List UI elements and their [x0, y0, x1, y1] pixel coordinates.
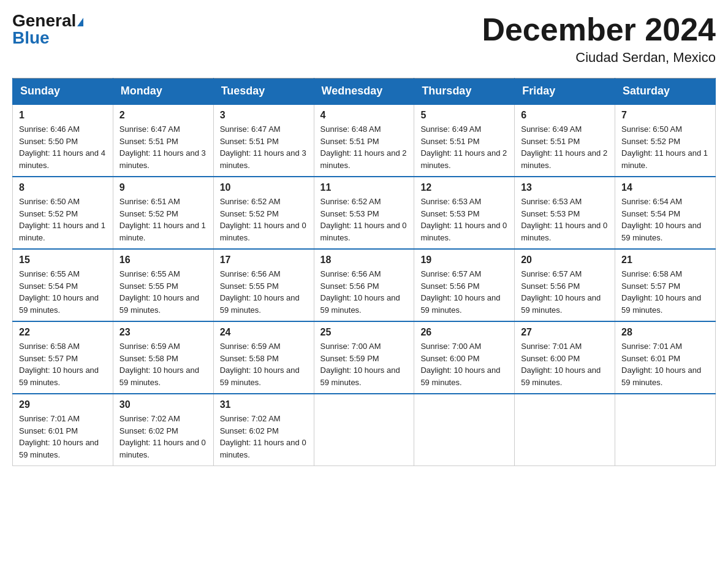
day-info: Sunrise: 6:49 AMSunset: 5:51 PMDaylight:…	[521, 123, 609, 171]
calendar-cell: 31 Sunrise: 7:02 AMSunset: 6:02 PMDaylig…	[213, 394, 314, 466]
calendar-cell: 25 Sunrise: 7:00 AMSunset: 5:59 PMDaylig…	[314, 321, 414, 394]
day-info: Sunrise: 6:59 AMSunset: 5:58 PMDaylight:…	[220, 340, 308, 388]
page-header: General Blue December 2024 Ciudad Serdan…	[12, 12, 716, 66]
col-header-thursday: Thursday	[414, 79, 515, 105]
day-number: 9	[119, 182, 207, 193]
day-number: 8	[19, 182, 107, 193]
day-number: 5	[420, 110, 508, 121]
day-number: 28	[621, 327, 709, 338]
day-number: 6	[521, 110, 609, 121]
day-number: 22	[19, 327, 107, 338]
day-info: Sunrise: 6:46 AMSunset: 5:50 PMDaylight:…	[19, 123, 107, 171]
calendar-header-row: SundayMondayTuesdayWednesdayThursdayFrid…	[13, 79, 716, 105]
day-info: Sunrise: 6:53 AMSunset: 5:53 PMDaylight:…	[420, 196, 508, 243]
col-header-friday: Friday	[515, 79, 615, 105]
calendar-week-1: 1 Sunrise: 6:46 AMSunset: 5:50 PMDayligh…	[13, 104, 716, 177]
day-info: Sunrise: 6:49 AMSunset: 5:51 PMDaylight:…	[420, 123, 508, 171]
day-info: Sunrise: 6:52 AMSunset: 5:53 PMDaylight:…	[320, 196, 408, 243]
day-info: Sunrise: 6:47 AMSunset: 5:51 PMDaylight:…	[119, 123, 207, 171]
calendar-cell: 17 Sunrise: 6:56 AMSunset: 5:55 PMDaylig…	[213, 249, 314, 321]
calendar-cell: 1 Sunrise: 6:46 AMSunset: 5:50 PMDayligh…	[13, 104, 113, 177]
calendar-week-3: 15 Sunrise: 6:55 AMSunset: 5:54 PMDaylig…	[13, 249, 716, 321]
logo-blue-text: Blue	[12, 28, 50, 47]
day-info: Sunrise: 7:01 AMSunset: 6:01 PMDaylight:…	[19, 413, 107, 461]
day-info: Sunrise: 6:53 AMSunset: 5:53 PMDaylight:…	[521, 196, 609, 243]
calendar-cell: 7 Sunrise: 6:50 AMSunset: 5:52 PMDayligh…	[615, 104, 716, 177]
logo-general-text: General	[12, 11, 76, 30]
day-number: 15	[19, 255, 107, 266]
day-info: Sunrise: 6:51 AMSunset: 5:52 PMDaylight:…	[119, 196, 207, 243]
day-info: Sunrise: 6:57 AMSunset: 5:56 PMDaylight:…	[420, 268, 508, 316]
day-info: Sunrise: 6:58 AMSunset: 5:57 PMDaylight:…	[621, 268, 709, 316]
calendar-week-4: 22 Sunrise: 6:58 AMSunset: 5:57 PMDaylig…	[13, 321, 716, 394]
day-number: 13	[521, 182, 609, 193]
calendar-cell: 5 Sunrise: 6:49 AMSunset: 5:51 PMDayligh…	[414, 104, 515, 177]
day-number: 1	[19, 110, 107, 121]
calendar-cell: 15 Sunrise: 6:55 AMSunset: 5:54 PMDaylig…	[13, 249, 113, 321]
day-number: 17	[220, 255, 308, 266]
day-info: Sunrise: 7:00 AMSunset: 6:00 PMDaylight:…	[420, 340, 508, 388]
day-number: 30	[119, 399, 207, 410]
calendar-cell: 9 Sunrise: 6:51 AMSunset: 5:52 PMDayligh…	[113, 177, 213, 249]
calendar-cell: 20 Sunrise: 6:57 AMSunset: 5:56 PMDaylig…	[515, 249, 615, 321]
calendar-table: SundayMondayTuesdayWednesdayThursdayFrid…	[12, 78, 716, 466]
col-header-monday: Monday	[113, 79, 213, 105]
day-info: Sunrise: 6:55 AMSunset: 5:54 PMDaylight:…	[19, 268, 107, 316]
calendar-cell	[314, 394, 414, 466]
day-info: Sunrise: 7:00 AMSunset: 5:59 PMDaylight:…	[320, 340, 408, 388]
calendar-cell: 3 Sunrise: 6:47 AMSunset: 5:51 PMDayligh…	[213, 104, 314, 177]
calendar-cell: 24 Sunrise: 6:59 AMSunset: 5:58 PMDaylig…	[213, 321, 314, 394]
day-info: Sunrise: 6:56 AMSunset: 5:55 PMDaylight:…	[220, 268, 308, 316]
col-header-saturday: Saturday	[615, 79, 716, 105]
day-info: Sunrise: 7:02 AMSunset: 6:02 PMDaylight:…	[220, 413, 308, 461]
day-info: Sunrise: 7:01 AMSunset: 6:00 PMDaylight:…	[521, 340, 609, 388]
calendar-cell: 26 Sunrise: 7:00 AMSunset: 6:00 PMDaylig…	[414, 321, 515, 394]
col-header-sunday: Sunday	[13, 79, 113, 105]
header-right: December 2024 Ciudad Serdan, Mexico	[482, 12, 716, 66]
day-number: 24	[220, 327, 308, 338]
day-info: Sunrise: 6:57 AMSunset: 5:56 PMDaylight:…	[521, 268, 609, 316]
calendar-cell: 22 Sunrise: 6:58 AMSunset: 5:57 PMDaylig…	[13, 321, 113, 394]
calendar-cell: 16 Sunrise: 6:55 AMSunset: 5:55 PMDaylig…	[113, 249, 213, 321]
calendar-cell: 8 Sunrise: 6:50 AMSunset: 5:52 PMDayligh…	[13, 177, 113, 249]
day-number: 23	[119, 327, 207, 338]
calendar-cell: 2 Sunrise: 6:47 AMSunset: 5:51 PMDayligh…	[113, 104, 213, 177]
day-info: Sunrise: 6:48 AMSunset: 5:51 PMDaylight:…	[320, 123, 408, 171]
calendar-cell: 10 Sunrise: 6:52 AMSunset: 5:52 PMDaylig…	[213, 177, 314, 249]
day-number: 19	[420, 255, 508, 266]
day-number: 21	[621, 255, 709, 266]
calendar-cell: 11 Sunrise: 6:52 AMSunset: 5:53 PMDaylig…	[314, 177, 414, 249]
day-number: 10	[220, 182, 308, 193]
calendar-cell: 28 Sunrise: 7:01 AMSunset: 6:01 PMDaylig…	[615, 321, 716, 394]
day-info: Sunrise: 6:55 AMSunset: 5:55 PMDaylight:…	[119, 268, 207, 316]
day-info: Sunrise: 6:47 AMSunset: 5:51 PMDaylight:…	[220, 123, 308, 171]
logo-triangle-icon	[77, 18, 83, 26]
calendar-cell: 18 Sunrise: 6:56 AMSunset: 5:56 PMDaylig…	[314, 249, 414, 321]
calendar-cell	[515, 394, 615, 466]
day-info: Sunrise: 6:58 AMSunset: 5:57 PMDaylight:…	[19, 340, 107, 388]
day-info: Sunrise: 7:02 AMSunset: 6:02 PMDaylight:…	[119, 413, 207, 461]
calendar-cell: 19 Sunrise: 6:57 AMSunset: 5:56 PMDaylig…	[414, 249, 515, 321]
day-info: Sunrise: 6:59 AMSunset: 5:58 PMDaylight:…	[119, 340, 207, 388]
calendar-cell: 23 Sunrise: 6:59 AMSunset: 5:58 PMDaylig…	[113, 321, 213, 394]
calendar-cell: 13 Sunrise: 6:53 AMSunset: 5:53 PMDaylig…	[515, 177, 615, 249]
day-number: 29	[19, 399, 107, 410]
day-number: 2	[119, 110, 207, 121]
calendar-cell: 12 Sunrise: 6:53 AMSunset: 5:53 PMDaylig…	[414, 177, 515, 249]
calendar-cell	[615, 394, 716, 466]
day-number: 20	[521, 255, 609, 266]
day-number: 18	[320, 255, 408, 266]
day-info: Sunrise: 6:50 AMSunset: 5:52 PMDaylight:…	[19, 196, 107, 243]
day-number: 4	[320, 110, 408, 121]
logo: General Blue	[12, 12, 83, 47]
day-number: 7	[621, 110, 709, 121]
day-info: Sunrise: 6:52 AMSunset: 5:52 PMDaylight:…	[220, 196, 308, 243]
day-number: 3	[220, 110, 308, 121]
day-number: 16	[119, 255, 207, 266]
day-info: Sunrise: 6:54 AMSunset: 5:54 PMDaylight:…	[621, 196, 709, 243]
calendar-week-2: 8 Sunrise: 6:50 AMSunset: 5:52 PMDayligh…	[13, 177, 716, 249]
calendar-week-5: 29 Sunrise: 7:01 AMSunset: 6:01 PMDaylig…	[13, 394, 716, 466]
day-info: Sunrise: 7:01 AMSunset: 6:01 PMDaylight:…	[621, 340, 709, 388]
calendar-cell	[414, 394, 515, 466]
day-info: Sunrise: 6:50 AMSunset: 5:52 PMDaylight:…	[621, 123, 709, 171]
